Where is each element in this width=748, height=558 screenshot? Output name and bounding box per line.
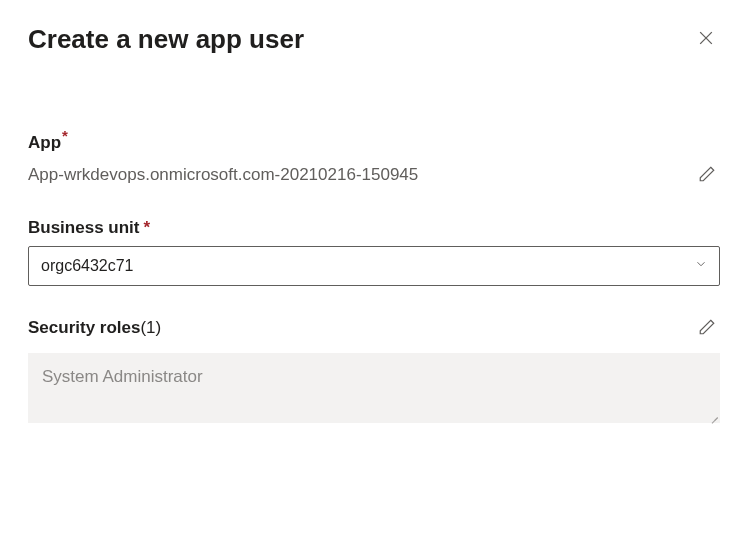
security-roles-label-text: Security roles — [28, 318, 140, 337]
business-unit-select[interactable]: orgc6432c71 — [28, 246, 720, 286]
pencil-icon — [698, 318, 716, 339]
app-label-text: App — [28, 133, 61, 152]
app-label: App* — [28, 127, 720, 153]
pencil-icon — [698, 165, 716, 186]
business-unit-label-text: Business unit — [28, 218, 139, 237]
security-roles-count: (1) — [140, 318, 161, 337]
business-unit-label: Business unit* — [28, 218, 720, 238]
edit-security-roles-button[interactable] — [694, 314, 720, 343]
list-item: System Administrator — [42, 367, 706, 387]
security-roles-list[interactable]: System Administrator — [28, 353, 720, 423]
close-button[interactable] — [692, 24, 720, 55]
required-marker: * — [143, 218, 150, 237]
close-icon — [696, 28, 716, 51]
dialog-title: Create a new app user — [28, 24, 304, 55]
required-marker: * — [62, 127, 68, 144]
app-value: App-wrkdevops.onmicrosoft.com-20210216-1… — [28, 165, 418, 185]
edit-app-button[interactable] — [694, 161, 720, 190]
security-roles-label: Security roles(1) — [28, 318, 161, 338]
